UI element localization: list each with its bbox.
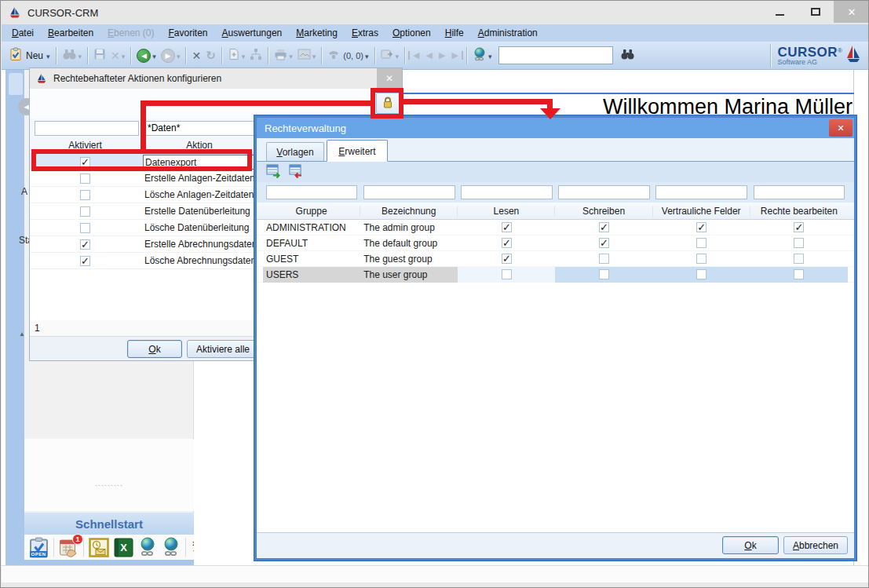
calendar-reminder-icon[interactable]: 1: [59, 538, 79, 557]
close-icon[interactable]: [377, 68, 402, 89]
checkbox-schreiben[interactable]: [599, 254, 609, 264]
table-row-users-selected[interactable]: USERS The user group: [257, 267, 854, 283]
print-button[interactable]: [272, 45, 295, 67]
open-tasks-icon[interactable]: OPEN: [29, 537, 49, 558]
toolbar-search-input[interactable]: [498, 46, 613, 64]
column-header-gruppe[interactable]: Gruppe: [263, 206, 360, 217]
dialog-titlebar[interactable]: Rechteverwaltung: [257, 118, 854, 138]
filter-aktiviert-input[interactable]: [35, 121, 139, 136]
close-icon[interactable]: [829, 119, 853, 137]
table-row-administration[interactable]: ADMINISTRATION The admin group ✓ ✓ ✓ ✓: [257, 220, 854, 236]
forward-button[interactable]: [159, 45, 183, 67]
remove-rights-icon[interactable]: [289, 164, 304, 181]
checkbox[interactable]: [80, 173, 90, 184]
status-bar: [2, 565, 869, 583]
back-button[interactable]: [134, 45, 159, 67]
save-button[interactable]: [91, 45, 108, 67]
web-link-button[interactable]: [470, 45, 495, 67]
splitter-handle[interactable]: [24, 481, 194, 489]
checkbox-vertrauliche-felder[interactable]: ✓: [696, 222, 707, 232]
nav-last-icon[interactable]: ▶: [448, 51, 462, 60]
hierarchy-button[interactable]: [247, 45, 265, 67]
find-button[interactable]: [618, 45, 637, 67]
maximize-icon[interactable]: [798, 1, 834, 23]
discard-button[interactable]: ✕: [108, 45, 127, 67]
search-binoculars-button[interactable]: [60, 45, 85, 67]
tab-vorlagen[interactable]: Vorlagen: [266, 142, 324, 161]
filter-gruppe-input[interactable]: [266, 185, 358, 199]
nav-next-icon[interactable]: ▶: [436, 51, 448, 60]
assign-rights-icon[interactable]: [266, 164, 281, 181]
checkbox[interactable]: ✓: [80, 239, 90, 250]
checkbox-lesen[interactable]: ✓: [502, 222, 512, 232]
checkbox-lesen[interactable]: ✓: [502, 254, 512, 264]
slide-button[interactable]: [295, 45, 319, 67]
checkbox[interactable]: [80, 190, 90, 200]
checkbox-rechte-bearbeiten[interactable]: [794, 254, 804, 264]
filter-vertrauliche-felder-input[interactable]: [655, 185, 747, 199]
table-row-guest[interactable]: GUEST The guest group ✓: [257, 251, 854, 267]
checkbox-schreiben[interactable]: [599, 269, 609, 279]
web-shortcut-icon[interactable]: [138, 537, 157, 557]
column-header-bezeichnung[interactable]: Bezeichnung: [360, 206, 458, 217]
new-button[interactable]: Neu: [6, 45, 53, 67]
filter-bezeichnung-input[interactable]: [363, 185, 455, 199]
filter-schreiben-input[interactable]: [558, 185, 650, 199]
menu-hilfe[interactable]: Hilfe: [438, 24, 471, 42]
checkbox-schreiben[interactable]: ✓: [599, 238, 609, 248]
checkbox-schreiben[interactable]: ✓: [599, 222, 609, 232]
dialog-toolbar: [257, 162, 854, 182]
collapse-up-icon[interactable]: [19, 331, 25, 338]
refresh-icon: [206, 49, 216, 63]
filter-lesen-input[interactable]: [461, 185, 553, 199]
column-header-vertrauliche-felder[interactable]: Vertrauliche Felder: [653, 206, 750, 217]
checkbox-rechte-bearbeiten[interactable]: [794, 238, 804, 248]
column-header-schreiben[interactable]: Schreiben: [555, 206, 652, 217]
refresh-button[interactable]: [203, 45, 218, 67]
column-header-lesen[interactable]: Lesen: [458, 206, 555, 217]
ok-button[interactable]: Ok: [722, 536, 779, 554]
menu-favoriten[interactable]: Favoriten: [161, 24, 214, 42]
excel-icon[interactable]: X: [114, 538, 133, 557]
menu-optionen[interactable]: Optionen: [385, 24, 438, 42]
close-icon[interactable]: [834, 1, 869, 23]
chevron-down-icon: [177, 49, 181, 61]
phone-button[interactable]: (0, 0): [325, 45, 371, 67]
cancel-button[interactable]: Abbrechen: [783, 536, 848, 554]
column-header-rechte-bearbeiten[interactable]: Rechte bearbeiten: [750, 206, 848, 217]
checkbox-lesen[interactable]: ✓: [502, 238, 512, 248]
nav-first-icon[interactable]: ◀: [408, 51, 422, 60]
checkbox[interactable]: [80, 223, 90, 233]
menu-bearbeiten[interactable]: Bearbeiten: [41, 24, 100, 42]
checkbox-vertrauliche-felder[interactable]: [696, 269, 707, 279]
checkbox-vertrauliche-felder[interactable]: [696, 238, 707, 248]
menu-extras[interactable]: Extras: [345, 24, 385, 42]
checkbox-rechte-bearbeiten[interactable]: [794, 269, 804, 279]
activate-all-button[interactable]: Aktiviere alle: [187, 340, 259, 358]
nav-strip-button[interactable]: [9, 73, 23, 95]
logo-registered-mark: ®: [838, 47, 842, 54]
checkbox-rechte-bearbeiten[interactable]: ✓: [794, 222, 804, 232]
checkbox[interactable]: [80, 206, 90, 217]
menu-marketing[interactable]: Marketing: [289, 24, 345, 42]
new-document-button[interactable]: [225, 45, 248, 67]
web-shortcut-icon-2[interactable]: [162, 537, 181, 557]
outlook-icon[interactable]: [89, 538, 109, 557]
checkbox[interactable]: ✓: [80, 256, 90, 266]
menu-datei[interactable]: Datei: [5, 24, 41, 42]
menu-administration[interactable]: Administration: [471, 24, 545, 42]
filter-rechte-bearbeiten-input[interactable]: [754, 185, 845, 199]
dialog-titlebar[interactable]: Rechtebehafteter Aktionen konfigurieren: [30, 68, 402, 89]
ok-button[interactable]: Ok: [127, 340, 182, 358]
minimize-icon[interactable]: [761, 1, 798, 23]
forward-mail-button[interactable]: [378, 45, 402, 67]
checkbox-lesen[interactable]: [502, 269, 512, 279]
menu-auswertungen[interactable]: Auswertungen: [215, 24, 290, 42]
filter-aktion-input[interactable]: [144, 121, 259, 136]
x-icon: ✕: [192, 50, 201, 61]
nav-previous-icon[interactable]: ◀: [423, 51, 436, 60]
delete-button[interactable]: ✕: [189, 45, 203, 67]
tab-erweitert[interactable]: Erweitert: [327, 140, 388, 162]
checkbox-vertrauliche-felder[interactable]: [696, 254, 707, 264]
table-row-default[interactable]: DEFAULT The default group ✓ ✓: [257, 236, 854, 251]
